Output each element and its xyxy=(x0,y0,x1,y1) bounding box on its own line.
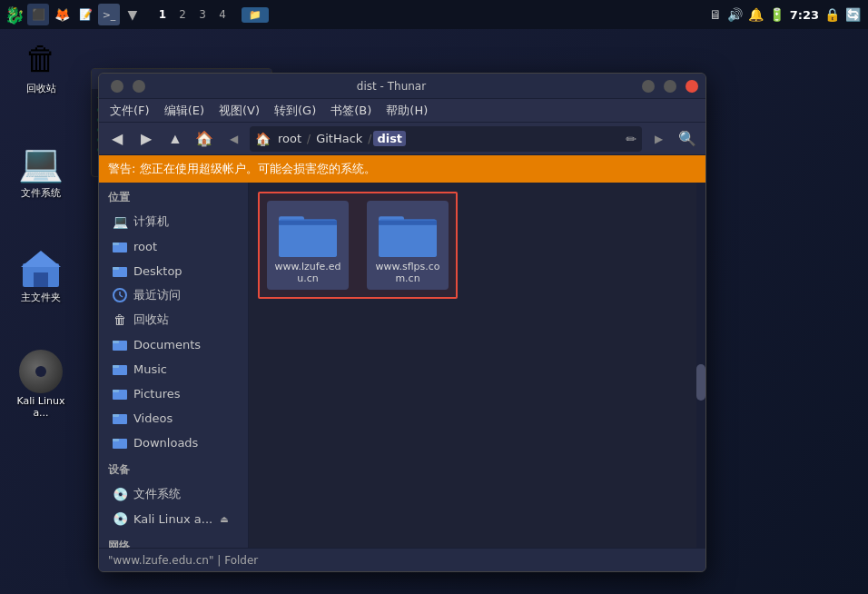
minimize-button-2[interactable] xyxy=(642,80,655,93)
svg-rect-19 xyxy=(113,439,119,441)
lock-icon[interactable]: 🔒 xyxy=(824,7,840,22)
forward-button[interactable]: ▶ xyxy=(133,126,159,152)
root-folder-icon xyxy=(112,238,128,254)
sidebar-item-filesystem-dev[interactable]: 💿 文件系统 xyxy=(103,482,244,506)
maximize-button-2[interactable] xyxy=(664,80,676,93)
folder-item-lzufe[interactable]: www.lzufe.edu.cn xyxy=(267,201,349,290)
breadcrumb-bar: 🏠 root / GitHack / dist ✏ xyxy=(250,126,642,152)
terminal2-taskbar-icon[interactable]: >_ xyxy=(98,4,120,25)
sidebar-item-music[interactable]: Music xyxy=(103,357,244,381)
menu-bookmarks[interactable]: 书签(B) xyxy=(325,101,377,121)
terminal-taskbar-icon[interactable]: ⬛ xyxy=(27,4,49,25)
workspace-2[interactable]: 2 xyxy=(173,5,192,25)
trash-icon-label: 回收站 xyxy=(26,82,56,95)
file-manager-window: dist - Thunar 文件(F) 编辑(E) 视图(V) 转到(G) 书签… xyxy=(98,73,706,572)
sidebar: 位置 💻 计算机 root Desktop xyxy=(99,183,249,548)
desktop-folder-icon xyxy=(112,262,128,279)
sidebar-label-kali-dev: Kali Linux a... xyxy=(133,512,212,526)
sidebar-item-trash[interactable]: 🗑 回收站 xyxy=(103,308,244,332)
sidebar-item-root[interactable]: root xyxy=(103,234,244,258)
folder-item-sflps[interactable]: www.sflps.com.cn xyxy=(367,201,449,290)
breadcrumb-sep-1: / xyxy=(307,133,311,145)
notification-icon[interactable]: 🔔 xyxy=(748,7,764,22)
sidebar-item-kali-dev[interactable]: 💿 Kali Linux a... ⏏ xyxy=(103,507,244,530)
refresh-icon[interactable]: 🔄 xyxy=(845,7,861,22)
close-button[interactable] xyxy=(686,80,698,93)
sidebar-item-videos[interactable]: Videos xyxy=(103,406,244,430)
thunar-window-controls-right xyxy=(637,80,698,93)
sidebar-item-computer[interactable]: 💻 计算机 xyxy=(103,210,244,233)
kali-menu-icon[interactable]: 🐉 xyxy=(4,4,25,25)
text-editor-taskbar-icon[interactable]: 📝 xyxy=(74,4,96,25)
sidebar-label-desktop: Desktop xyxy=(133,264,182,278)
up-button[interactable]: ▲ xyxy=(163,126,188,152)
breadcrumb-left-arrow[interactable]: ◀ xyxy=(221,126,246,152)
dropdown-taskbar-icon[interactable]: ▼ xyxy=(122,4,143,25)
filesystem-icon-img: 💻 xyxy=(19,141,63,184)
display-icon: 🖥 xyxy=(709,7,722,22)
workspace-3[interactable]: 3 xyxy=(192,5,212,25)
active-app-indicator[interactable]: 📁 xyxy=(242,7,269,23)
maximize-button[interactable] xyxy=(133,80,145,93)
breadcrumb-root[interactable]: root xyxy=(274,131,305,146)
svg-rect-28 xyxy=(379,223,437,257)
breadcrumb-dist[interactable]: dist xyxy=(373,131,406,146)
file-manager-content: 位置 💻 计算机 root Desktop xyxy=(99,183,705,548)
filesystem-icon-label: 文件系统 xyxy=(21,186,61,200)
kali-disc-img xyxy=(19,350,63,393)
kali-dev-icon: 💿 xyxy=(112,510,128,527)
breadcrumb-edit-icon[interactable]: ✏ xyxy=(626,132,636,146)
clock: 7:23 xyxy=(790,8,819,22)
back-button[interactable]: ◀ xyxy=(104,126,130,152)
minimize-button[interactable] xyxy=(111,80,123,93)
home-button[interactable]: 🏠 xyxy=(192,126,217,152)
sidebar-label-documents: Documents xyxy=(133,338,201,351)
svg-rect-11 xyxy=(113,341,119,343)
thunar-window-controls-left xyxy=(106,80,145,93)
svg-rect-15 xyxy=(113,390,119,392)
browser-taskbar-icon[interactable]: 🦊 xyxy=(51,4,73,25)
taskbar-right: 🖥 🔊 🔔 🔋 7:23 🔒 🔄 xyxy=(709,7,868,22)
recent-icon xyxy=(112,287,128,303)
sidebar-label-root: root xyxy=(133,240,157,253)
volume-icon[interactable]: 🔊 xyxy=(727,7,743,22)
sidebar-item-pictures[interactable]: Pictures xyxy=(103,381,244,405)
toolbar: ◀ ▶ ▲ 🏠 ◀ 🏠 root / GitHack / dist ✏ ▶ 🔍 xyxy=(99,123,705,155)
home-icon-desktop[interactable]: 主文件夹 xyxy=(9,245,73,304)
menu-view[interactable]: 视图(V) xyxy=(213,101,265,121)
sidebar-item-desktop[interactable]: Desktop xyxy=(103,259,244,282)
kali-eject-icon[interactable]: ⏏ xyxy=(220,514,228,524)
sidebar-item-recent[interactable]: 最近访问 xyxy=(103,283,244,307)
breadcrumb-right-arrow[interactable]: ▶ xyxy=(646,126,671,152)
menu-edit[interactable]: 编辑(E) xyxy=(159,101,210,121)
sidebar-label-computer: 计算机 xyxy=(133,213,169,230)
sidebar-section-devices: 设备 xyxy=(99,455,248,481)
workspace-4[interactable]: 4 xyxy=(212,5,232,25)
menu-help[interactable]: 帮助(H) xyxy=(380,101,433,121)
breadcrumb-githack[interactable]: GitHack xyxy=(312,131,366,146)
downloads-icon xyxy=(112,434,128,450)
filesystem-icon-desktop[interactable]: 💻 文件系统 xyxy=(9,141,73,200)
svg-rect-13 xyxy=(113,365,119,368)
folder-lzufe-icon xyxy=(279,206,337,257)
workspace-1[interactable]: 1 xyxy=(153,5,173,25)
sidebar-item-downloads[interactable]: Downloads xyxy=(103,431,244,454)
search-button[interactable]: 🔍 xyxy=(675,126,700,152)
svg-line-9 xyxy=(120,295,123,297)
scrollbar[interactable] xyxy=(696,183,705,548)
menu-bar: 文件(F) 编辑(E) 视图(V) 转到(G) 书签(B) 帮助(H) xyxy=(99,99,705,123)
warning-bar: 警告: 您正在使用超级帐户。可能会损害您的系统。 xyxy=(99,155,705,183)
trash-icon-img: 🗑 xyxy=(19,36,63,80)
window-title: dist - Thunar xyxy=(145,80,637,93)
kali-disc-desktop[interactable]: Kali Linux a... xyxy=(9,350,73,419)
trash-icon-desktop[interactable]: 🗑 回收站 xyxy=(9,36,73,95)
menu-goto[interactable]: 转到(G) xyxy=(269,101,321,121)
svg-rect-23 xyxy=(279,223,337,257)
sidebar-section-network: 网络 xyxy=(99,531,248,548)
sidebar-item-documents[interactable]: Documents xyxy=(103,332,244,356)
documents-icon xyxy=(112,336,128,352)
menu-file[interactable]: 文件(F) xyxy=(104,101,155,121)
scrollbar-thumb[interactable] xyxy=(696,364,705,401)
music-icon xyxy=(112,361,128,377)
home-icon-img xyxy=(19,245,63,289)
